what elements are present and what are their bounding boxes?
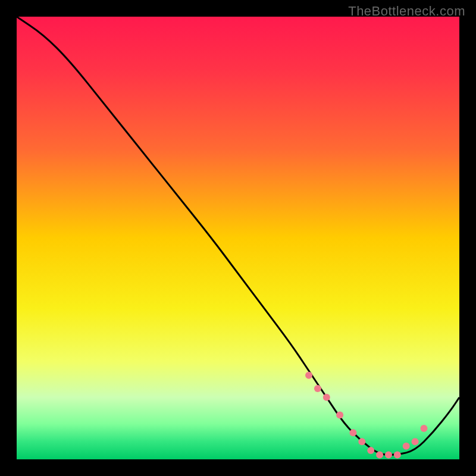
chart-frame: TheBottleneck.com	[0, 0, 476, 476]
curve-marker	[349, 429, 356, 436]
curve-marker	[403, 443, 410, 450]
curve-marker	[394, 452, 401, 459]
curve-marker	[376, 452, 383, 459]
curve-marker	[358, 438, 365, 445]
bottleneck-chart	[0, 0, 476, 476]
curve-marker	[323, 394, 330, 401]
curve-marker	[385, 452, 392, 459]
curve-marker	[336, 412, 343, 419]
curve-marker	[305, 372, 312, 379]
watermark-text: TheBottleneck.com	[348, 4, 465, 19]
curve-marker	[367, 447, 374, 454]
curve-marker	[314, 385, 321, 392]
curve-marker	[420, 425, 427, 432]
plot-gradient-area	[17, 17, 459, 459]
curve-marker	[412, 438, 419, 445]
